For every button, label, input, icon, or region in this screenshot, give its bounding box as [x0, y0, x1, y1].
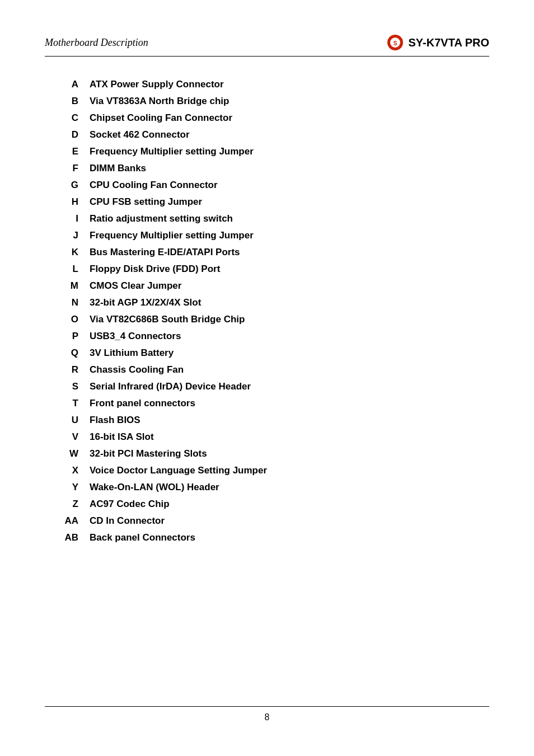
item-label: M	[56, 280, 90, 292]
item-label: AA	[56, 515, 90, 527]
list-item: N32-bit AGP 1X/2X/4X Slot	[56, 297, 478, 308]
brand-logo-icon: S	[386, 34, 404, 51]
item-label: R	[56, 364, 90, 375]
item-description: Wake-On-LAN (WOL) Header	[90, 482, 219, 493]
item-label: F	[56, 163, 90, 174]
list-item: RChassis Cooling Fan	[56, 364, 478, 375]
item-description: DIMM Banks	[90, 163, 146, 174]
item-description: Voice Doctor Language Setting Jumper	[90, 465, 267, 476]
item-description: 3V Lithium Battery	[90, 348, 174, 359]
item-description: 16-bit ISA Slot	[90, 431, 154, 443]
list-item: BVia VT8363A North Bridge chip	[56, 96, 478, 107]
item-label: U	[56, 415, 90, 426]
item-description: Socket 462 Connector	[90, 129, 190, 140]
item-label: K	[56, 247, 90, 258]
list-item: FDIMM Banks	[56, 163, 478, 174]
list-item: MCMOS Clear Jumper	[56, 280, 478, 292]
list-item: JFrequency Multiplier setting Jumper	[56, 230, 478, 241]
list-item: KBus Mastering E-IDE/ATAPI Ports	[56, 247, 478, 258]
list-item: XVoice Doctor Language Setting Jumper	[56, 465, 478, 476]
item-label: P	[56, 331, 90, 342]
header-brand: S SY-K7VTA PRO	[386, 34, 489, 51]
item-label: E	[56, 146, 90, 157]
item-description: Frequency Multiplier setting Jumper	[90, 146, 254, 157]
item-label: W	[56, 448, 90, 459]
page-number: 8	[265, 712, 270, 722]
item-description: Bus Mastering E-IDE/ATAPI Ports	[90, 247, 240, 258]
list-item: LFloppy Disk Drive (FDD) Port	[56, 264, 478, 275]
item-label: H	[56, 196, 90, 208]
item-description: Chipset Cooling Fan Connector	[90, 112, 232, 124]
item-description: Via VT82C686B South Bridge Chip	[90, 314, 245, 325]
item-description: CMOS Clear Jumper	[90, 280, 181, 292]
list-item: ZAC97 Codec Chip	[56, 499, 478, 510]
item-label: S	[56, 381, 90, 392]
list-item: PUSB3_4 Connectors	[56, 331, 478, 342]
list-item: ABBack panel Connectors	[56, 532, 478, 543]
list-item: Q3V Lithium Battery	[56, 348, 478, 359]
list-item: CChipset Cooling Fan Connector	[56, 112, 478, 124]
item-description: USB3_4 Connectors	[90, 331, 181, 342]
brand-name: SY-K7VTA PRO	[409, 36, 489, 49]
item-description: 32-bit PCI Mastering Slots	[90, 448, 207, 459]
item-description: ATX Power Supply Connector	[90, 79, 224, 90]
svg-text:S: S	[393, 40, 397, 46]
item-description: Frequency Multiplier setting Jumper	[90, 230, 254, 241]
main-content: AATX Power Supply ConnectorBVia VT8363A …	[45, 73, 489, 706]
list-item: V16-bit ISA Slot	[56, 431, 478, 443]
list-item: W32-bit PCI Mastering Slots	[56, 448, 478, 459]
header-title: Motherboard Description	[45, 37, 148, 49]
item-label: O	[56, 314, 90, 325]
item-description: Serial Infrared (IrDA) Device Header	[90, 381, 251, 392]
item-label: B	[56, 96, 90, 107]
page: Motherboard Description S SY-K7VTA PRO A…	[0, 0, 534, 756]
item-label: I	[56, 213, 90, 224]
list-item: EFrequency Multiplier setting Jumper	[56, 146, 478, 157]
item-description: Floppy Disk Drive (FDD) Port	[90, 264, 220, 275]
list-item: IRatio adjustment setting switch	[56, 213, 478, 224]
item-label: Y	[56, 482, 90, 493]
list-item: YWake-On-LAN (WOL) Header	[56, 482, 478, 493]
item-description: Chassis Cooling Fan	[90, 364, 184, 375]
item-label: G	[56, 180, 90, 191]
item-description: Via VT8363A North Bridge chip	[90, 96, 229, 107]
list-item: TFront panel connectors	[56, 398, 478, 409]
list-item: AATX Power Supply Connector	[56, 79, 478, 90]
item-label: N	[56, 297, 90, 308]
item-label: Z	[56, 499, 90, 510]
item-label: L	[56, 264, 90, 275]
list-item: HCPU FSB setting Jumper	[56, 196, 478, 208]
item-label: Q	[56, 348, 90, 359]
item-description: CPU FSB setting Jumper	[90, 196, 202, 208]
item-label: D	[56, 129, 90, 140]
item-description: 32-bit AGP 1X/2X/4X Slot	[90, 297, 201, 308]
item-label: A	[56, 79, 90, 90]
item-label: T	[56, 398, 90, 409]
item-description: CD In Connector	[90, 515, 165, 527]
list-item: AACD In Connector	[56, 515, 478, 527]
list-item: UFlash BIOS	[56, 415, 478, 426]
item-label: J	[56, 230, 90, 241]
item-label: X	[56, 465, 90, 476]
item-description: Ratio adjustment setting switch	[90, 213, 233, 224]
list-item: GCPU Cooling Fan Connector	[56, 180, 478, 191]
item-description: Flash BIOS	[90, 415, 140, 426]
item-description: Front panel connectors	[90, 398, 195, 409]
item-description: CPU Cooling Fan Connector	[90, 180, 218, 191]
page-footer: 8	[45, 706, 489, 722]
page-header: Motherboard Description S SY-K7VTA PRO	[45, 34, 489, 57]
list-item: OVia VT82C686B South Bridge Chip	[56, 314, 478, 325]
item-description: Back panel Connectors	[90, 532, 195, 543]
component-list: AATX Power Supply ConnectorBVia VT8363A …	[56, 79, 478, 543]
list-item: DSocket 462 Connector	[56, 129, 478, 140]
item-description: AC97 Codec Chip	[90, 499, 170, 510]
list-item: SSerial Infrared (IrDA) Device Header	[56, 381, 478, 392]
item-label: AB	[56, 532, 90, 543]
item-label: V	[56, 431, 90, 443]
item-label: C	[56, 112, 90, 124]
